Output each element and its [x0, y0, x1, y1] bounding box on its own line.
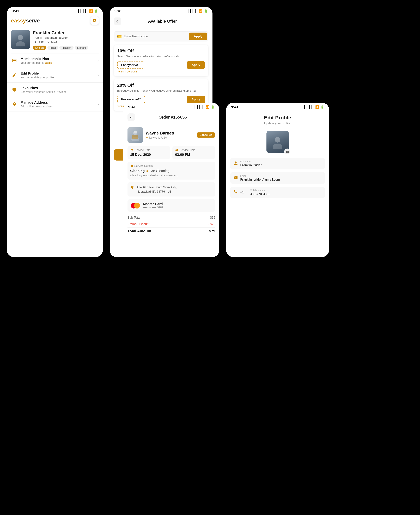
edit-profile-content: Edit Profile You can update your profile… [21, 71, 95, 79]
provider-card: Wayne Barnett Newyork, USA Cancelled [128, 127, 215, 143]
subtotal-row: Sub Total $99 [128, 215, 215, 221]
menu-item-membership[interactable]: Membership Plan Your current plan is Bas… [7, 53, 103, 68]
status-icons-1: ▎▎▎▎ 📶 🔋 [78, 9, 98, 13]
language-tags: English Hindi Hinglish Marathi [33, 45, 99, 50]
svg-rect-5 [132, 135, 138, 139]
camera-svg [286, 150, 289, 153]
heart-icon-wrap [11, 86, 18, 93]
lang-english[interactable]: English [33, 45, 46, 50]
service-tags: Cleaning ● Car Cleaning [130, 169, 212, 173]
fullname-content: Full Name Franklin Crider [240, 160, 322, 167]
offer-2-code-row: Eassyserve20 Apply [117, 96, 205, 103]
status-time-1: 9:41 [12, 9, 19, 13]
wifi-icon-2: 📶 [199, 9, 202, 13]
lang-hindi[interactable]: Hindi [47, 45, 58, 50]
location-icon [12, 102, 17, 107]
app-logo: eassyserve [11, 17, 40, 24]
offers-header: Available Offer [110, 15, 212, 28]
total-value: $79 [209, 229, 215, 233]
profile-info: Franklin Crider Franklin_crider@gmail.co… [33, 30, 99, 50]
discount-value: - $20 [208, 222, 215, 226]
edit-avatar-img [271, 135, 285, 149]
signal-icon-4: ▎▎▎▎ [304, 105, 314, 109]
chevron-right-icon-4: › [98, 102, 99, 107]
avatar [11, 30, 30, 49]
profile-name: Franklin Crider [33, 30, 99, 36]
apply-offer-1-button[interactable]: Apply [187, 61, 205, 69]
back-arrow-icon [116, 19, 120, 23]
order-page-title: Order #155656 [138, 115, 208, 119]
lang-hinglish[interactable]: Hinglish [60, 45, 73, 50]
location-pin-icon [146, 136, 148, 139]
phone-label: Mobile Number [250, 189, 322, 192]
service-time-card: Service Time 02:00 PM [172, 146, 215, 159]
edit-icon [12, 73, 17, 78]
email-content: Email Franklin_crider@gmail.com [240, 175, 322, 181]
menu-item-favourites[interactable]: Favourites See your Favourites Service P… [7, 82, 103, 97]
discount-label: Promo Discount [128, 222, 150, 226]
membership-title: Membership Plan [21, 57, 95, 61]
svg-point-1 [18, 35, 23, 40]
battery-icon: 🔋 [94, 9, 98, 13]
offer-1-terms[interactable]: Terms & Condition [117, 70, 205, 73]
promo-input-row: 🎫 Apply [114, 31, 208, 41]
calendar-icon [130, 149, 133, 152]
settings-button[interactable] [90, 16, 99, 25]
mc-circle-orange [134, 203, 140, 209]
edit-profile-sub: You can update your profile. [21, 76, 95, 79]
svg-point-6 [134, 131, 137, 134]
service-date-value: 15 Dec, 2020 [130, 153, 168, 157]
subtotal-value: $99 [210, 216, 215, 219]
email-icon [234, 175, 238, 180]
provider-location: Newyork, USA [146, 136, 194, 139]
camera-icon[interactable] [284, 149, 291, 155]
phone-field[interactable]: +1 Mobile Number 336-479-3392 [230, 187, 325, 198]
apply-offer-2-button[interactable]: Apply [187, 96, 205, 103]
promo-input[interactable] [124, 35, 187, 38]
provider-info: Wayne Barnett Newyork, USA [146, 131, 194, 139]
edit-profile-title: Edit Profile [230, 115, 325, 121]
phone-edit-profile: 9:41 ▎▎▎▎ 📶 🔋 Edit Profile Update your p… [226, 103, 329, 257]
signal-icon-3: ▎▎▎▎ [195, 105, 204, 109]
mc-circles [131, 203, 140, 209]
apply-promo-button[interactable]: Apply [189, 33, 207, 40]
location-icon-wrap [11, 101, 18, 108]
offer-2-title: 20% Off [117, 82, 205, 88]
battery-icon-2: 🔋 [204, 9, 208, 13]
offer-1-title: 10% Off [117, 48, 205, 54]
email-field[interactable]: Email Franklin_crider@gmail.com [230, 172, 325, 184]
provider-name: Wayne Barnett [146, 131, 194, 135]
status-bar-2: 9:41 ▎▎▎▎ 📶 🔋 [110, 7, 212, 15]
address-title: Manage Address [21, 101, 95, 104]
service-date-label: Service Date [130, 149, 168, 152]
fullname-field[interactable]: Full Name Franklin Crider [230, 158, 325, 169]
provider-loc-text: Newyork, USA [149, 136, 167, 139]
membership-icon [12, 58, 17, 63]
offer-1-code: Eassyserve10 [117, 61, 145, 68]
lang-marathi[interactable]: Marathi [75, 45, 88, 50]
offer-card-1: 10% Off Save 10% on every order + top ra… [114, 45, 208, 76]
phone-order: 9:41 ▎▎▎▎ 📶 🔋 Order #155656 Wayne Barnet… [123, 103, 219, 257]
menu-item-address[interactable]: Manage Address Add, edit & delete addres… [7, 97, 103, 112]
service-subtype: Car Cleaning [150, 169, 170, 173]
chevron-right-icon: › [98, 59, 99, 63]
phone-prefix: +1 [240, 191, 246, 194]
favourites-title: Favourites [21, 86, 95, 90]
battery-icon-3: 🔋 [211, 105, 215, 109]
phone-profile: 9:41 ▎▎▎▎ 📶 🔋 eassyserve [7, 7, 103, 257]
svg-point-9 [273, 144, 282, 149]
plan-highlight: Basic [45, 61, 52, 64]
heart-icon [12, 87, 17, 92]
order-back-button[interactable] [128, 113, 135, 121]
offer-2-code: Eassyserve20 [117, 96, 145, 103]
menu-item-edit-profile[interactable]: Edit Profile You can update your profile… [7, 68, 103, 82]
svg-point-8 [275, 137, 280, 142]
gear-icon [92, 18, 97, 23]
address-pin-icon [130, 185, 134, 189]
svg-point-2 [15, 41, 25, 46]
email-label: Email [240, 175, 322, 177]
avatar-edit[interactable] [266, 131, 289, 153]
service-date-card: Service Date 15 Dec, 2020 [128, 146, 170, 159]
back-button[interactable] [114, 17, 121, 25]
status-bar-4: 9:41 ▎▎▎▎ 📶 🔋 [226, 103, 329, 111]
